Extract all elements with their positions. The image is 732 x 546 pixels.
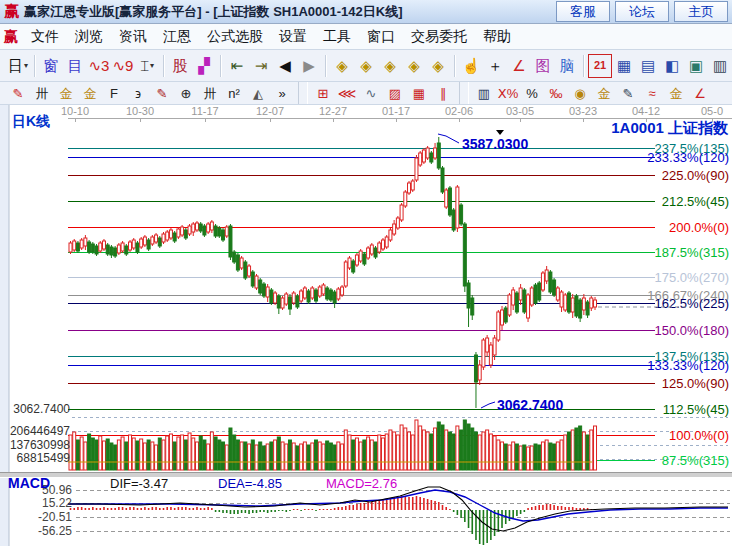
menu-item-7[interactable]: 窗口 [359,28,403,46]
candlestick [370,245,373,254]
wave-check-icon[interactable]: ∿ [359,83,383,104]
volume-bar [575,428,578,470]
gold-gann-2-icon[interactable]: 金 [78,83,102,104]
triangle-tool-icon[interactable]: ◭ [246,83,270,104]
date-tick-label: 05-0 [701,105,723,117]
calculator-icon[interactable]: ▦ [612,54,636,78]
candlestick [270,290,273,303]
volume-bar [274,440,277,470]
next-bar-icon[interactable]: ▶ [297,54,321,78]
gann-comb-icon[interactable]: 卅 [30,83,54,104]
home-button[interactable]: 主页 [674,1,728,22]
prev-bar-icon[interactable]: ◀ [273,54,297,78]
forum-button[interactable]: 论坛 [615,1,669,22]
gann-level-label: 200.0%(0) [669,220,729,235]
menu-item-9[interactable]: 帮助 [475,28,519,46]
gann-level-label: 133.33%(120) [647,358,729,373]
crosshair-icon[interactable]: ＋ [483,54,507,78]
candlestick [255,276,258,288]
volume-bar [448,432,451,470]
angle-measure-icon[interactable]: ∠ [507,54,531,78]
volume-bar [136,441,139,470]
dropdown-arrow-icon: ▾ [24,62,28,70]
grid-box-icon[interactable]: ▦ [407,83,431,104]
dropdown-arrow-icon: ▾ [150,62,154,70]
gann-wheel-1-icon[interactable]: ◈ [330,54,354,78]
gold-gann-1-icon[interactable]: 金 [54,83,78,104]
save-icon[interactable]: ◧ [660,54,684,78]
brain-icon[interactable]: 脑 [555,54,579,78]
last-bar-icon[interactable]: ⇥ [249,54,273,78]
candlestick [292,293,295,303]
color-chart-icon[interactable]: ▞ [192,54,216,78]
more-tools-button[interactable]: » [270,83,294,104]
percent-retrace-icon[interactable]: Ⅹ% [496,83,520,104]
pen-2-icon[interactable]: ✎ [150,83,174,104]
spiral-icon[interactable]: ϶ [126,83,150,104]
menu-item-4[interactable]: 公式选股 [199,28,271,46]
circle-cycle-icon[interactable]: ⊕ [174,83,198,104]
volume-bar [523,445,526,470]
menu-item-8[interactable]: 交易委托 [403,28,475,46]
wave-3-icon[interactable]: ∿3 [87,54,111,78]
candlestick [396,218,399,228]
gold-line-icon[interactable]: 金 [592,83,616,104]
fibonacci-icon[interactable]: F [102,83,126,104]
candlestick [538,283,541,300]
grid-shade-icon[interactable]: ▨ [383,83,407,104]
gold-circle-icon[interactable]: ◉ [568,83,592,104]
wave-9-icon[interactable]: ∿9 [111,54,135,78]
volume-bar [471,428,474,470]
stock-pick-icon[interactable]: 股 [168,54,192,78]
gold-2-icon[interactable]: 金 [664,83,688,104]
menu-item-6[interactable]: 工具 [315,28,359,46]
candle-tool-icon[interactable]: ⌶▾ [135,54,159,78]
service-button[interactable]: 客服 [556,1,610,22]
candlestick [110,247,113,255]
gann-wheel-5-icon[interactable]: ◈ [426,54,450,78]
angle-j-icon[interactable]: ∠ [688,83,712,104]
calendar-icon[interactable]: 21 [588,54,612,78]
candlestick [519,288,522,300]
ruler-icon[interactable]: ▥ [472,83,496,104]
percent-lines-icon[interactable]: ‰ [544,83,568,104]
candlestick [296,296,299,307]
candlestick [545,270,548,281]
date-tick-label: 04-12 [632,105,660,117]
volume-bar [519,446,522,470]
wave-band-icon[interactable]: ≈ [640,83,664,104]
draw-rocket-icon[interactable]: ✎ [6,83,30,104]
kline-chart-canvas[interactable]: 10-1010-3011-1712-0712-2701-1702-0603-05… [0,105,732,546]
percent-icon[interactable]: % [520,83,544,104]
gallery-icon[interactable]: 图 [531,54,555,78]
mark-pen-icon[interactable]: ✎ [616,83,640,104]
menu-item-3[interactable]: 江恩 [155,28,199,46]
notes-icon[interactable]: ▤ [636,54,660,78]
low-price-label: 3062.7400 [497,397,563,413]
gann-wheel-3-icon[interactable]: ◈ [378,54,402,78]
menu-item-5[interactable]: 设置 [271,28,315,46]
menu-item-2[interactable]: 资讯 [111,28,155,46]
gann-wheel-4-icon[interactable]: ◈ [402,54,426,78]
candlestick [400,205,403,220]
grid-tool-icon[interactable]: ⊞ [311,83,335,104]
menu-item-0[interactable]: 文件 [23,28,67,46]
gann-wheel-2-icon[interactable]: ◈ [354,54,378,78]
web-save-icon[interactable]: ▣ [684,54,708,78]
kline-window-icon[interactable]: 窗 [39,54,63,78]
volume-bar [430,434,433,470]
menu-item-1[interactable]: 浏览 [67,28,111,46]
chart-pane[interactable]: 10-1010-3011-1712-0712-2701-1702-0603-05… [0,105,732,546]
f10-info-icon[interactable]: 目 [63,54,87,78]
n-square-icon[interactable]: n² [222,83,246,104]
hand-tool-icon[interactable]: ☝ [459,54,483,78]
parallel-lines-icon[interactable]: ∥ [431,83,455,104]
candlestick [266,287,269,297]
volume-bar [125,442,128,470]
period-daily-button[interactable]: 日▾ [6,54,30,78]
first-bar-icon[interactable]: ⇤ [225,54,249,78]
fan-lines-icon[interactable]: ⋘ [335,83,359,104]
candlestick [367,248,370,258]
comb-2-icon[interactable]: 卅 [198,83,222,104]
print-icon[interactable]: ▥ [708,54,732,78]
